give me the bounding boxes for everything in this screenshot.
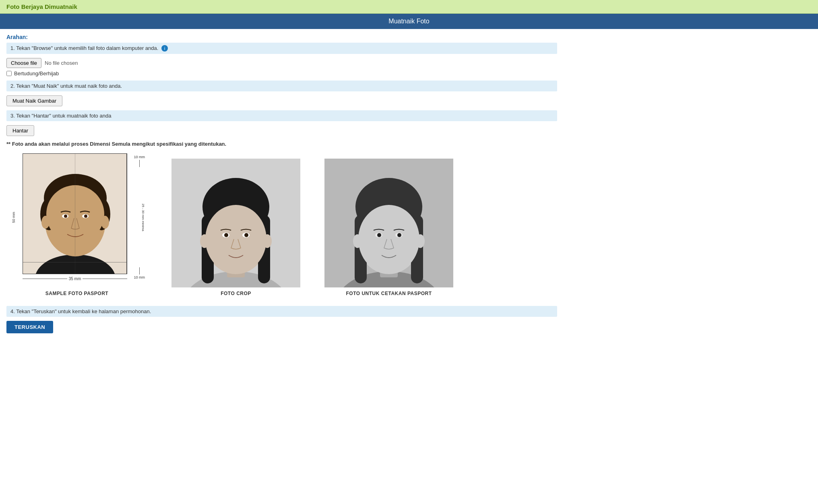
svg-point-39 bbox=[397, 233, 401, 237]
step3-text: 3. Tekan "Hantar" untuk muatnaik foto an… bbox=[10, 113, 111, 119]
foto-cetakan-svg bbox=[324, 159, 453, 287]
step2-text: 2. Tekan "Muat Naik" untuk muat naik fot… bbox=[10, 83, 122, 89]
step1-text: 1. Tekan "Browse" untuk memilih fail fot… bbox=[10, 45, 158, 51]
dim-right-mid: 25 - 30 mm minima bbox=[141, 203, 145, 231]
svg-point-35 bbox=[358, 205, 419, 273]
svg-point-25 bbox=[244, 233, 248, 237]
svg-point-38 bbox=[377, 233, 381, 237]
foto-cetakan-sample: FOTO UNTUK CETAKAN PASPORT bbox=[324, 159, 453, 296]
svg-point-7 bbox=[46, 185, 104, 243]
dim-width-label: 35 mm bbox=[69, 277, 81, 281]
foto-crop-label: FOTO CROP bbox=[221, 291, 251, 296]
foto-crop-image bbox=[171, 159, 300, 287]
header-title: Muatnaik Foto bbox=[388, 18, 429, 25]
dim-bottom-row: 35 mm bbox=[23, 277, 127, 281]
svg-point-41 bbox=[416, 234, 425, 248]
step3-row: 3. Tekan "Hantar" untuk muatnaik foto an… bbox=[6, 110, 557, 121]
teruskan-button[interactable]: TERUSKAN bbox=[6, 321, 53, 333]
step2-row: 2. Tekan "Muat Naik" untuk muat naik fot… bbox=[6, 81, 557, 91]
step4-row: 4. Tekan "Teruskan" untuk kembali ke hal… bbox=[6, 306, 557, 317]
hantar-button[interactable]: Hantar bbox=[6, 125, 34, 136]
choose-file-button[interactable]: Choose file bbox=[6, 58, 41, 68]
svg-point-27 bbox=[263, 234, 272, 248]
foto-cetakan-image bbox=[324, 159, 453, 287]
banner-text: Foto Berjaya Dimuatnaik bbox=[6, 3, 77, 10]
arahan-title: Arahan: bbox=[6, 34, 557, 40]
note-text: ** Foto anda akan melalui proses Dimensi… bbox=[6, 141, 557, 147]
foto-crop-sample: FOTO CROP bbox=[171, 159, 300, 296]
step1-row: 1. Tekan "Browse" untuk memilih fail fot… bbox=[6, 43, 557, 54]
main-content: Arahan: 1. Tekan "Browse" untuk memilih … bbox=[0, 29, 564, 341]
center-vline bbox=[75, 154, 75, 274]
hijab-checkbox-row: Bertudung/Berhijab bbox=[6, 70, 557, 76]
svg-point-13 bbox=[101, 216, 109, 229]
no-file-text: No file chosen bbox=[45, 60, 78, 66]
muat-naik-button[interactable]: Muat Naik Gambar bbox=[6, 95, 62, 106]
hijab-checkbox[interactable] bbox=[6, 71, 12, 76]
svg-point-40 bbox=[353, 234, 362, 248]
dim-right-bottom: 10 mm bbox=[134, 266, 145, 279]
foto-crop-svg bbox=[171, 159, 300, 287]
dim-left-label: 50 mm bbox=[12, 212, 16, 223]
top-banner: Foto Berjaya Dimuatnaik bbox=[0, 0, 818, 14]
file-input-row: Choose file No file chosen bbox=[6, 58, 557, 68]
passport-diagram-label: SAMPLE FOTO PASPORT bbox=[45, 291, 108, 296]
passport-box bbox=[23, 153, 127, 274]
page-header: Muatnaik Foto bbox=[0, 14, 818, 29]
foto-cetakan-label: FOTO UNTUK CETAKAN PASPORT bbox=[346, 291, 432, 296]
step4-text: 4. Tekan "Teruskan" untuk kembali ke hal… bbox=[10, 308, 151, 314]
info-icon[interactable]: i bbox=[161, 45, 168, 52]
svg-point-10 bbox=[64, 215, 67, 218]
dim-right-top: 10 mm bbox=[134, 155, 145, 168]
svg-point-24 bbox=[224, 233, 228, 237]
passport-diagram: 50 mm 10 mm 25 - 30 mm minima 10 mm bbox=[6, 153, 147, 296]
right-border-line bbox=[126, 154, 127, 274]
hijab-label: Bertudung/Berhijab bbox=[14, 70, 59, 76]
svg-point-11 bbox=[84, 215, 87, 218]
svg-point-21 bbox=[205, 205, 266, 273]
svg-point-12 bbox=[41, 216, 50, 229]
svg-point-26 bbox=[200, 234, 209, 248]
images-row: 50 mm 10 mm 25 - 30 mm minima 10 mm bbox=[6, 153, 557, 296]
